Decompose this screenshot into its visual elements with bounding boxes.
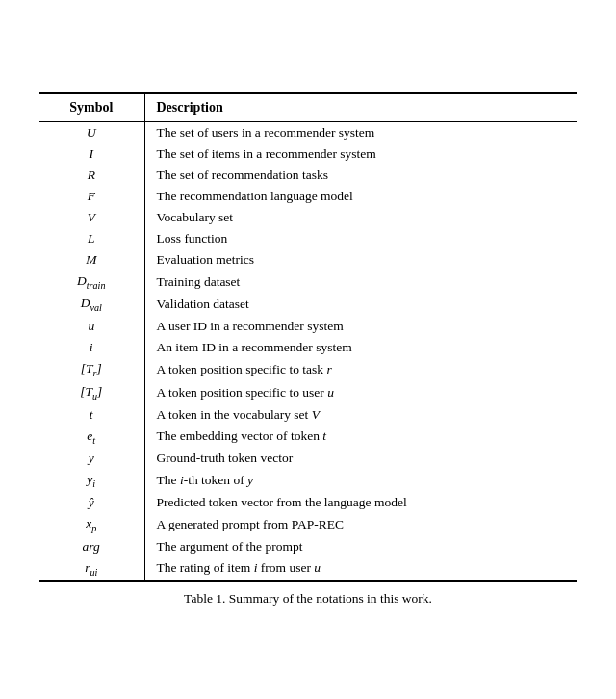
table-row: yGround-truth token vector	[38, 448, 578, 469]
table-row: xpA generated prompt from PAP-REC	[38, 513, 578, 536]
description-cell: A generated prompt from PAP-REC	[144, 513, 578, 536]
table-row: RThe set of recommendation tasks	[38, 165, 578, 186]
symbol-cell: yi	[38, 469, 144, 492]
table-caption: Table 1. Summary of the notations in thi…	[38, 591, 578, 607]
table-row: argThe argument of the prompt	[38, 536, 578, 557]
description-cell: Validation dataset	[144, 293, 578, 316]
symbol-cell: F	[38, 186, 144, 207]
symbol-cell: R	[38, 165, 144, 186]
notations-table: Symbol Description UThe set of users in …	[38, 92, 578, 582]
symbol-cell: arg	[38, 536, 144, 557]
table-row: tA token in the vocabulary set V	[38, 404, 578, 426]
description-cell: The set of items in a recommender system	[144, 143, 578, 165]
symbol-cell: L	[38, 228, 144, 249]
symbol-cell: y	[38, 448, 144, 469]
table-row: yiThe i-th token of y	[38, 469, 578, 492]
table-row: MEvaluation metrics	[38, 249, 578, 271]
table-row: ruiThe rating of item i from user u	[38, 557, 578, 582]
description-header: Description	[144, 93, 578, 122]
symbol-cell: V	[38, 207, 144, 228]
description-cell: The rating of item i from user u	[144, 557, 578, 582]
page-container: Symbol Description UThe set of users in …	[29, 73, 587, 627]
symbol-cell: [Tu]	[38, 381, 144, 404]
description-cell: The set of recommendation tasks	[144, 165, 578, 186]
table-row: UThe set of users in a recommender syste…	[38, 121, 578, 143]
table-row: VVocabulary set	[38, 207, 578, 228]
description-cell: Predicted token vector from the language…	[144, 492, 578, 513]
description-cell: A token position specific to task r	[144, 358, 578, 381]
table-row: iAn item ID in a recommender system	[38, 337, 578, 358]
table-row: LLoss function	[38, 228, 578, 249]
symbol-cell: I	[38, 143, 144, 165]
table-row: [Tr]A token position specific to task r	[38, 358, 578, 381]
symbol-cell: U	[38, 121, 144, 143]
symbol-header: Symbol	[38, 93, 144, 122]
symbol-cell: Dtrain	[38, 271, 144, 294]
symbol-cell: [Tr]	[38, 358, 144, 381]
table-row: etThe embedding vector of token t	[38, 426, 578, 449]
description-cell: A user ID in a recommender system	[144, 316, 578, 337]
description-cell: A token in the vocabulary set V	[144, 404, 578, 426]
description-cell: A token position specific to user u	[144, 381, 578, 404]
description-cell: Vocabulary set	[144, 207, 578, 228]
table-header-row: Symbol Description	[38, 93, 578, 122]
symbol-cell: ŷ	[38, 492, 144, 513]
symbol-cell: rui	[38, 557, 144, 582]
symbol-cell: i	[38, 337, 144, 358]
description-cell: The set of users in a recommender system	[144, 121, 578, 143]
symbol-cell: et	[38, 426, 144, 449]
table-row: [Tu]A token position specific to user u	[38, 381, 578, 404]
description-cell: Evaluation metrics	[144, 249, 578, 271]
description-cell: Ground-truth token vector	[144, 448, 578, 469]
symbol-cell: M	[38, 249, 144, 271]
table-row: ŷPredicted token vector from the languag…	[38, 492, 578, 513]
description-cell: The recommendation language model	[144, 186, 578, 207]
table-row: DvalValidation dataset	[38, 293, 578, 316]
symbol-cell: t	[38, 404, 144, 426]
table-row: IThe set of items in a recommender syste…	[38, 143, 578, 165]
description-cell: Loss function	[144, 228, 578, 249]
symbol-cell: u	[38, 316, 144, 337]
description-cell: Training dataset	[144, 271, 578, 294]
description-cell: The argument of the prompt	[144, 536, 578, 557]
table-row: FThe recommendation language model	[38, 186, 578, 207]
description-cell: The i-th token of y	[144, 469, 578, 492]
symbol-cell: xp	[38, 513, 144, 536]
table-row: uA user ID in a recommender system	[38, 316, 578, 337]
table-row: DtrainTraining dataset	[38, 271, 578, 294]
description-cell: An item ID in a recommender system	[144, 337, 578, 358]
description-cell: The embedding vector of token t	[144, 426, 578, 449]
symbol-cell: Dval	[38, 293, 144, 316]
